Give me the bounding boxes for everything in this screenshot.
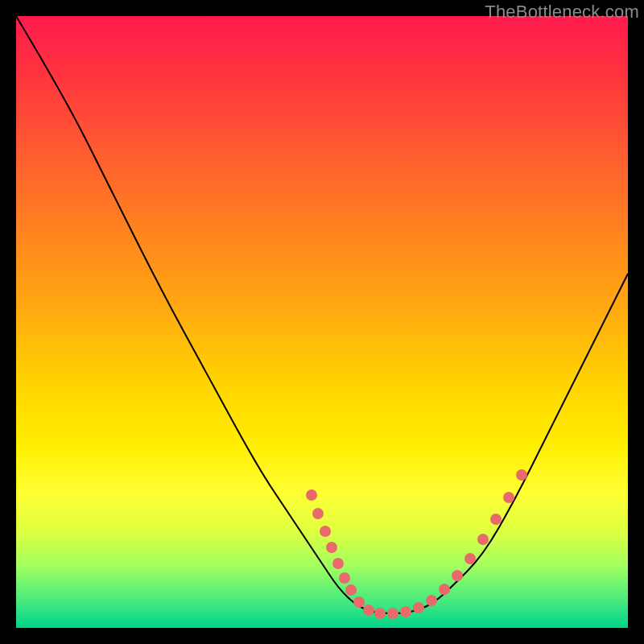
marker-dot [413, 602, 424, 613]
marker-dot [339, 572, 350, 584]
marker-dot [363, 605, 374, 616]
marker-dot [374, 608, 386, 619]
marker-dot [312, 508, 324, 519]
marker-dot [516, 469, 527, 481]
marker-dot [326, 542, 337, 553]
marker-dot [400, 606, 411, 617]
marker-dot [387, 608, 398, 619]
marker-dot [439, 584, 450, 595]
plot-area [16, 16, 628, 628]
marker-dot [353, 597, 365, 608]
marker-dot [306, 489, 317, 501]
marker-dot [503, 492, 514, 503]
marker-dot [345, 584, 357, 596]
watermark-text: TheBottleneck.com [485, 2, 639, 23]
chart-frame: TheBottleneck.com [0, 0, 644, 644]
marker-dot [490, 514, 502, 525]
marker-dot [426, 595, 437, 606]
marker-dot [477, 534, 489, 545]
chart-svg [16, 16, 628, 628]
marker-dot [464, 553, 476, 564]
bottleneck-curve [16, 16, 628, 613]
marker-dot [452, 570, 463, 581]
marker-group [306, 469, 527, 619]
marker-dot [320, 526, 331, 537]
marker-dot [332, 558, 344, 569]
